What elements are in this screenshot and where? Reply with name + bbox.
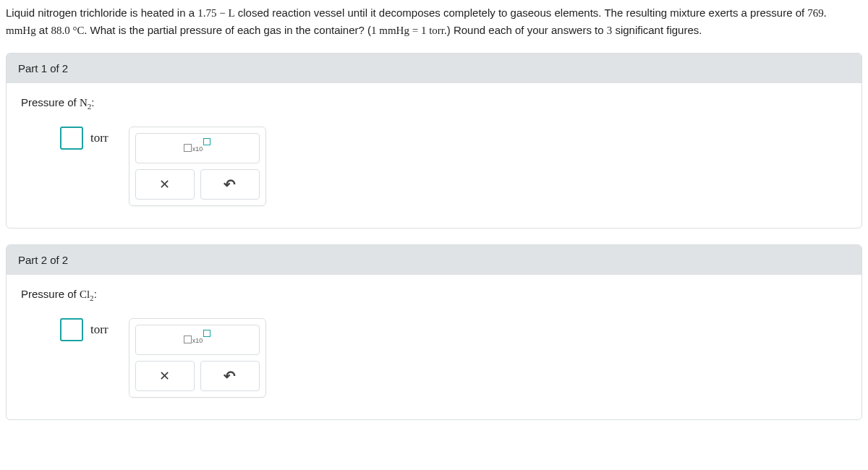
part-header: Part 2 of 2 bbox=[7, 245, 861, 275]
prompt-suffix: : bbox=[91, 96, 94, 108]
prompt-line: Pressure of N2: bbox=[21, 96, 847, 111]
scientific-notation-button[interactable]: x10 bbox=[135, 325, 260, 355]
answer-row: torr x10 ✕ bbox=[21, 318, 847, 398]
prompt-line: Pressure of Cl2: bbox=[21, 288, 847, 302]
box-icon bbox=[184, 336, 192, 343]
part-1: Part 1 of 2 Pressure of N2: torr x10 bbox=[6, 53, 862, 228]
scientific-notation-icon: x10 bbox=[184, 144, 211, 152]
undo-icon: ↶ bbox=[224, 367, 236, 385]
prompt-prefix: Pressure of bbox=[21, 96, 80, 108]
unit-label: torr bbox=[90, 322, 109, 337]
undo-icon: ↶ bbox=[224, 176, 236, 193]
clear-button[interactable]: ✕ bbox=[135, 361, 195, 391]
question-text: Liquid nitrogen trichloride is heated in… bbox=[6, 4, 862, 40]
temperature-value: 88.0 °C. bbox=[51, 25, 88, 36]
scientific-notation-icon: x10 bbox=[184, 336, 211, 343]
answer-input-n2[interactable] bbox=[60, 127, 83, 150]
sigfigs-value: 3 bbox=[607, 25, 613, 36]
undo-button[interactable]: ↶ bbox=[200, 361, 260, 391]
question-segment: Liquid nitrogen trichloride is heated in… bbox=[6, 7, 197, 19]
undo-button[interactable]: ↶ bbox=[200, 169, 260, 200]
close-icon: ✕ bbox=[159, 176, 170, 192]
conversion-eq: = bbox=[409, 25, 421, 36]
conversion-left: 1 mmHg bbox=[371, 25, 409, 36]
part-2: Part 2 of 2 Pressure of Cl2: torr x10 bbox=[6, 244, 862, 420]
prompt-suffix: : bbox=[94, 288, 97, 300]
answer-input-wrap: torr bbox=[60, 127, 109, 150]
volume-value: 1.75 − L bbox=[197, 7, 234, 19]
paren-close: ) bbox=[447, 24, 451, 36]
tool-palette: x10 ✕ ↶ bbox=[129, 318, 266, 398]
exponent-box-icon bbox=[203, 330, 210, 337]
answer-row: torr x10 ✕ bbox=[21, 127, 847, 206]
species-base: N bbox=[80, 97, 88, 108]
close-icon: ✕ bbox=[159, 368, 170, 384]
conversion-right: 1 torr. bbox=[421, 25, 447, 36]
x10-label: x10 bbox=[192, 146, 203, 153]
tool-palette: x10 ✕ ↶ bbox=[129, 127, 266, 206]
question-segment: What is the partial pressure of each gas… bbox=[90, 24, 367, 36]
question-segment: closed reaction vessel until it decompos… bbox=[238, 7, 808, 19]
box-icon bbox=[184, 144, 192, 152]
question-segment: significant figures. bbox=[615, 24, 702, 36]
part-body: Pressure of Cl2: torr x10 bbox=[7, 275, 861, 419]
species-base: Cl bbox=[80, 289, 90, 300]
x10-label: x10 bbox=[192, 338, 203, 344]
part-body: Pressure of N2: torr x10 bbox=[7, 83, 861, 228]
scientific-notation-button[interactable]: x10 bbox=[135, 133, 260, 163]
prompt-prefix: Pressure of bbox=[21, 288, 80, 300]
clear-button[interactable]: ✕ bbox=[135, 169, 195, 200]
exponent-box-icon bbox=[203, 138, 210, 145]
question-segment: Round each of your answers to bbox=[454, 24, 607, 36]
answer-input-wrap: torr bbox=[60, 318, 109, 341]
question-segment: at bbox=[39, 24, 51, 36]
answer-input-cl2[interactable] bbox=[60, 318, 83, 341]
part-header: Part 1 of 2 bbox=[7, 54, 861, 83]
unit-label: torr bbox=[90, 131, 109, 145]
